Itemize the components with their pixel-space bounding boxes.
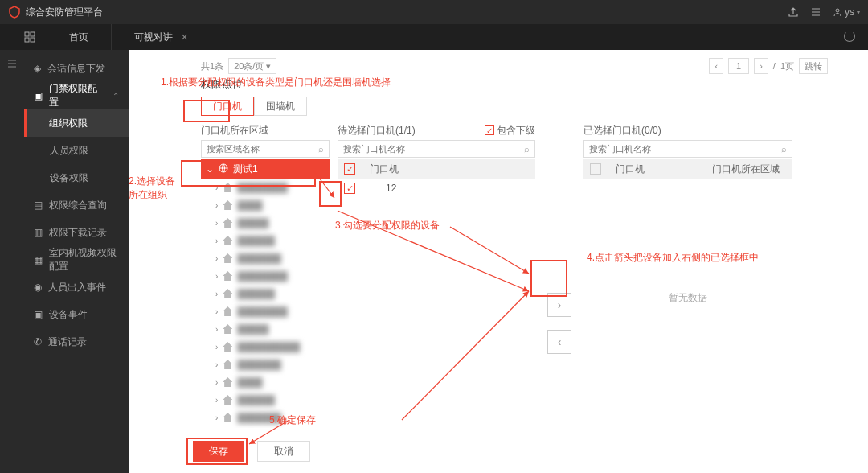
pager-next[interactable]: › <box>754 58 768 74</box>
selected-header: ✓ 门口机 门口机所在区域 <box>583 159 792 179</box>
tabbar: 首页 可视对讲 ✕ <box>0 24 868 50</box>
annotation-4: 4.点击箭头把设备加入右侧的已选择框中 <box>587 251 759 265</box>
nav-call-log[interactable]: ✆ 通话记录 <box>24 328 129 356</box>
user-menu[interactable]: ys ▾ <box>833 6 860 18</box>
annotation-3: 3.勾选要分配权限的设备 <box>335 219 440 232</box>
checkbox-all[interactable]: ✓ <box>344 163 355 175</box>
app-logo-icon <box>8 6 21 19</box>
svg-rect-2 <box>31 32 35 36</box>
pending-column: 待选择门口机(1/1) ✓ 包含下级 ⌕ ✓ 门口机 ✓ 12 <box>338 122 535 428</box>
checkbox-all-selected[interactable]: ✓ <box>590 163 601 175</box>
devtab-wall[interactable]: 围墙机 <box>254 97 307 116</box>
download-icon: ▥ <box>34 227 43 238</box>
search-selected-input[interactable] <box>589 142 781 156</box>
move-right-button[interactable]: › <box>547 293 571 317</box>
org-tree-column: 门口机所在区域 ⌕ ⌄ 测试1 ›████████ ›████ ›█████ <box>201 122 330 428</box>
close-tab-icon[interactable]: ✕ <box>181 32 188 43</box>
person-icon: ◉ <box>34 282 42 293</box>
video-icon: ▦ <box>34 254 43 265</box>
search-pending-input[interactable] <box>343 142 524 156</box>
save-button[interactable]: 保存 <box>193 441 244 462</box>
tab-home[interactable]: 首页 <box>47 24 112 50</box>
nav-download[interactable]: ▥ 权限下载记录 <box>24 219 129 246</box>
svg-rect-1 <box>25 32 29 36</box>
search-selected[interactable]: ⌕ <box>583 140 792 158</box>
tab-video-intercom[interactable]: 可视对讲 ✕ <box>112 24 211 50</box>
pending-header: ✓ 门口机 <box>338 159 535 179</box>
search-area[interactable]: ⌕ <box>201 140 330 158</box>
include-sub[interactable]: ✓ 包含下级 <box>485 124 535 138</box>
content: 共1条 20条/页 ▾ ‹ 1 › / 1页 跳转 1.根据要分配权限的设备类型… <box>129 50 868 473</box>
query-icon: ▤ <box>34 199 43 211</box>
check-icon: ✓ <box>485 125 494 135</box>
nav-access-config[interactable]: ▣ 门禁权限配置 ⌃ <box>24 82 129 109</box>
menu-icon[interactable] <box>810 6 821 18</box>
svg-rect-4 <box>31 38 35 42</box>
pager: 共1条 20条/页 ▾ ‹ 1 › / 1页 跳转 <box>145 56 852 76</box>
per-page-select[interactable]: 20条/页 ▾ <box>228 58 276 74</box>
svg-point-0 <box>836 9 839 12</box>
pager-jump[interactable]: 跳转 <box>799 58 828 74</box>
tree-root[interactable]: ⌄ 测试1 <box>201 159 330 179</box>
selected-column: 已选择门口机(0/0) ⌕ ✓ 门口机 门口机所在区域 暂无数据 <box>583 122 792 428</box>
upload-icon[interactable] <box>788 6 799 18</box>
leftbar <box>0 50 24 473</box>
pager-current[interactable]: 1 <box>728 58 749 74</box>
nav-device-event[interactable]: ▣ 设备事件 <box>24 301 129 328</box>
call-icon: ✆ <box>34 336 42 348</box>
menu-toggle-icon[interactable] <box>0 50 24 77</box>
checkbox-row[interactable]: ✓ <box>344 183 355 194</box>
globe-icon <box>219 163 228 175</box>
nav-query[interactable]: ▤ 权限综合查询 <box>24 191 129 219</box>
pager-prev[interactable]: ‹ <box>709 58 723 74</box>
search-icon: ⌕ <box>524 144 530 154</box>
session-icon: ◈ <box>34 63 41 74</box>
cancel-button[interactable]: 取消 <box>257 441 310 462</box>
apps-grid-icon[interactable] <box>24 31 35 43</box>
pending-row[interactable]: ✓ 12 <box>338 179 535 198</box>
search-area-input[interactable] <box>207 142 318 156</box>
app-title: 综合安防管理平台 <box>26 6 788 19</box>
chevron-up-icon: ⌃ <box>113 92 119 101</box>
transfer-column: › ‹ <box>543 122 575 428</box>
nav-sub-org[interactable]: 组织权限 <box>24 109 129 137</box>
svg-rect-3 <box>25 38 29 42</box>
annotation-1: 1.根据要分配权限的设备类型是门口机还是围墙机选择 <box>161 76 391 89</box>
chevron-down-icon: ⌄ <box>206 163 214 175</box>
topbar: 综合安防管理平台 ys ▾ <box>0 0 868 24</box>
annotation-5: 5.确定保存 <box>269 413 316 427</box>
devtab-door[interactable]: 门口机 <box>201 97 254 116</box>
search-icon: ⌕ <box>318 144 324 154</box>
nav-person-event[interactable]: ◉ 人员出入事件 <box>24 274 129 301</box>
nav-session[interactable]: ◈ 会话信息下发 <box>24 55 129 82</box>
device-icon: ▣ <box>34 309 43 320</box>
nav-sub-person[interactable]: 人员权限 <box>24 137 129 164</box>
tree-list[interactable]: ›████████ ›████ ›█████ ›██████ ›███████ … <box>201 179 330 428</box>
refresh-icon[interactable] <box>844 31 855 44</box>
nav-video[interactable]: ▦ 室内机视频权限配置 <box>24 246 129 274</box>
annotation-2: 2.选择设备所在组织 <box>129 175 175 202</box>
nav-sub-device[interactable]: 设备权限 <box>24 164 129 191</box>
access-icon: ▣ <box>34 90 43 101</box>
search-icon: ⌕ <box>781 144 787 154</box>
sidenav: ◈ 会话信息下发 ▣ 门禁权限配置 ⌃ 组织权限 人员权限 设备权限 ▤ 权限综… <box>24 50 129 473</box>
no-data: 暂无数据 <box>583 291 792 305</box>
search-pending[interactable]: ⌕ <box>338 140 535 158</box>
move-left-button[interactable]: ‹ <box>547 330 571 354</box>
